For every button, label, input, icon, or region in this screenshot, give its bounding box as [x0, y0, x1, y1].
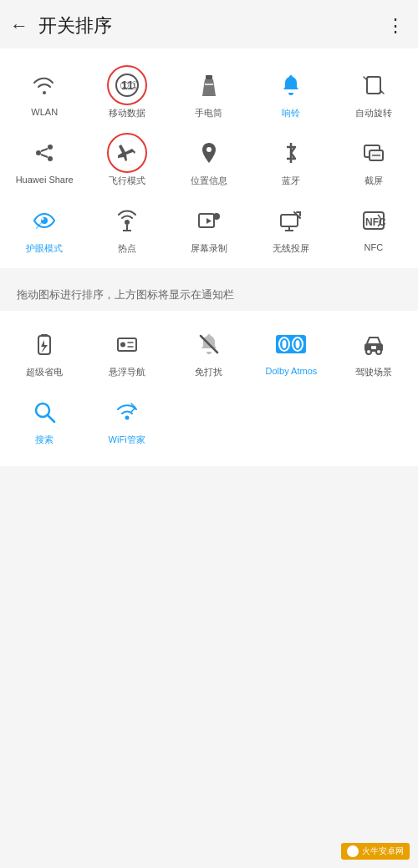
wifi-manager-label: WiFi管家 [109, 434, 145, 446]
header: ← 开关排序 ⋮ [0, 0, 418, 48]
svg-line-49 [48, 415, 54, 422]
toggle-item-wireless[interactable]: 无线投屏 [250, 194, 332, 261]
toggle-item-flashlight[interactable]: 手电筒 [168, 58, 250, 126]
svg-point-13 [206, 147, 212, 152]
toggle-item-location[interactable]: 位置信息 [168, 126, 250, 194]
toggle-item-eyecare[interactable]: 护眼模式 [3, 194, 85, 261]
flashlight-icon [191, 67, 227, 104]
page-title: 开关排序 [38, 13, 386, 38]
svg-marker-33 [41, 340, 48, 353]
toggle-item-dolby[interactable]: Dolby Atmos [250, 317, 332, 385]
ring-label: 响铃 [282, 107, 300, 119]
floating-nav-label: 悬浮导航 [109, 366, 145, 378]
huawei-share-label: Huawei Share [16, 175, 74, 185]
toggle-item-screenrecord[interactable]: 屏幕录制 [168, 194, 250, 261]
toggle-item-auto-rotate[interactable]: 自动旋转 [333, 58, 415, 126]
no-disturb-icon [191, 326, 227, 363]
toggle-item-ring[interactable]: 响铃 [250, 58, 332, 126]
airplane-label: 飞行模式 [109, 175, 145, 187]
toggle-item-bluetooth[interactable]: 蓝牙 [250, 126, 332, 194]
wifi-manager-icon [109, 393, 145, 430]
mobile-data-icon: ①① 1 1 [109, 67, 145, 104]
svg-marker-5 [202, 79, 216, 96]
toggle-item-search[interactable]: 搜索 [3, 385, 85, 453]
svg-line-12 [41, 155, 48, 157]
toggle-item-wifi-manager[interactable]: WiFi管家 [85, 385, 167, 453]
svg-rect-4 [206, 75, 212, 79]
divider-text: 拖动图标进行排序，上方图标将显示在通知栏 [17, 288, 234, 301]
mobile-data-label: 移动数据 [109, 107, 145, 119]
dolby-icon [273, 326, 309, 363]
airplane-icon [109, 135, 145, 171]
wireless-icon [273, 202, 309, 239]
svg-line-11 [41, 149, 48, 151]
toggle-item-nfc[interactable]: NFC NFC [333, 194, 415, 261]
toggle-item-huawei-share[interactable]: Huawei Share [3, 126, 85, 194]
bluetooth-label: 蓝牙 [282, 175, 300, 187]
drive-scene-label: 驾驶场景 [355, 366, 392, 378]
svg-rect-39 [276, 335, 306, 353]
more-button[interactable]: ⋮ [386, 15, 405, 37]
svg-rect-26 [281, 215, 298, 226]
toggle-item-wlan[interactable]: WLAN [3, 58, 85, 126]
watermark: 火牛安卓网 [341, 843, 410, 860]
svg-point-24 [213, 213, 220, 220]
svg-rect-32 [41, 334, 48, 337]
back-button[interactable]: ← [10, 15, 28, 37]
nfc-label: NFC [364, 242, 383, 252]
toggle-item-drive-scene[interactable]: 驾驶场景 [333, 317, 415, 385]
watermark-icon [347, 845, 359, 857]
svg-point-8 [36, 150, 41, 155]
super-save-label: 超级省电 [26, 366, 63, 378]
ring-icon [273, 67, 309, 104]
top-section: WLAN ①① 1 1 移动数据 手电筒 响铃 自动旋转 Huawei Shar… [0, 48, 418, 268]
svg-marker-25 [206, 218, 212, 224]
auto-rotate-icon [355, 67, 392, 104]
wireless-label: 无线投屏 [273, 242, 309, 255]
location-icon [191, 135, 227, 171]
svg-point-46 [376, 349, 381, 354]
divider-section: 拖动图标进行排序，上方图标将显示在通知栏 [0, 275, 418, 311]
bottom-grid: 超级省电 悬浮导航 免打扰 Dolby Atmos 驾驶场景 搜索 [0, 317, 418, 453]
auto-rotate-label: 自动旋转 [355, 107, 392, 119]
svg-text:1: 1 [127, 79, 134, 92]
no-disturb-label: 免打扰 [195, 366, 222, 378]
svg-point-35 [120, 343, 125, 348]
screenshot-icon [355, 135, 392, 171]
flashlight-label: 手电筒 [195, 107, 222, 119]
watermark-text: 火牛安卓网 [362, 845, 404, 857]
svg-point-10 [48, 156, 53, 161]
svg-rect-7 [367, 77, 380, 94]
svg-point-50 [125, 416, 129, 420]
hotspot-label: 热点 [118, 242, 136, 255]
super-save-icon [26, 326, 63, 363]
toggle-item-no-disturb[interactable]: 免打扰 [168, 317, 250, 385]
svg-point-45 [366, 349, 371, 354]
search-label: 搜索 [35, 434, 54, 446]
svg-point-20 [125, 220, 130, 225]
toggle-item-screenshot[interactable]: 截屏 [333, 126, 415, 194]
wlan-label: WLAN [31, 107, 58, 117]
toggle-item-floating-nav[interactable]: 悬浮导航 [85, 317, 167, 385]
svg-point-41 [283, 340, 287, 348]
wlan-icon [26, 67, 63, 104]
svg-point-9 [48, 145, 53, 150]
dolby-label: Dolby Atmos [266, 366, 318, 376]
svg-point-19 [42, 218, 44, 221]
search-icon [26, 393, 63, 430]
nfc-icon: NFC [355, 202, 392, 239]
svg-point-43 [296, 340, 300, 348]
screenrecord-icon [191, 202, 227, 239]
toggle-grid: WLAN ①① 1 1 移动数据 手电筒 响铃 自动旋转 Huawei Shar… [0, 58, 418, 261]
eyecare-label: 护眼模式 [26, 242, 63, 255]
svg-rect-47 [371, 346, 376, 349]
toggle-item-airplane[interactable]: 飞行模式 [85, 126, 167, 194]
screenshot-label: 截屏 [364, 175, 383, 187]
bottom-section: 超级省电 悬浮导航 免打扰 Dolby Atmos 驾驶场景 搜索 [0, 311, 418, 466]
eyecare-icon [26, 202, 63, 239]
floating-nav-icon [109, 326, 145, 363]
hotspot-icon [109, 202, 145, 239]
toggle-item-hotspot[interactable]: 热点 [85, 194, 167, 261]
toggle-item-mobile-data[interactable]: ①① 1 1 移动数据 [85, 58, 167, 126]
toggle-item-super-save[interactable]: 超级省电 [3, 317, 85, 385]
